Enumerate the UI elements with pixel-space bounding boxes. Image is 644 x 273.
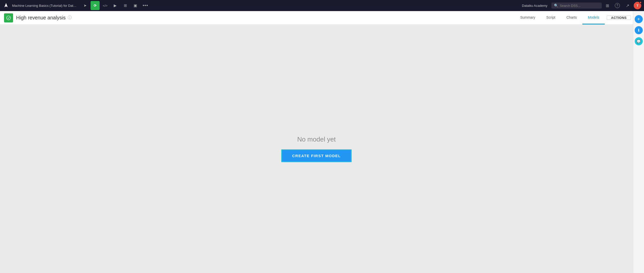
info-icon: ℹ	[638, 28, 639, 32]
tab-summary[interactable]: Summary	[515, 11, 541, 24]
grid-button[interactable]: ⊞	[603, 1, 612, 10]
info-button[interactable]: ℹ	[635, 26, 643, 34]
dataiku-logo[interactable]	[2, 2, 10, 10]
help-button[interactable]: ?	[613, 1, 622, 10]
stats-button[interactable]: ↗	[623, 1, 632, 10]
search-input[interactable]	[560, 4, 599, 8]
project-title: Machine Learning Basics (Tutorial) for D…	[12, 4, 77, 8]
more-icon: •••	[143, 3, 148, 8]
stats-icon: ↗	[626, 3, 629, 8]
tab-charts[interactable]: Charts	[561, 11, 582, 24]
tab-script[interactable]: Script	[541, 11, 561, 24]
code-button[interactable]: </>	[101, 1, 110, 10]
notification-badge	[639, 1, 642, 4]
dashboard-button[interactable]: ▣	[131, 1, 140, 10]
svg-point-2	[7, 16, 11, 20]
dashboard-icon: ▣	[134, 3, 137, 8]
svg-point-1	[5, 5, 7, 7]
tab-group: Summary Script Charts Models	[515, 11, 605, 24]
add-icon: +	[637, 17, 640, 22]
user-avatar[interactable]: T	[633, 1, 642, 10]
dataiku-button[interactable]: ⟳	[91, 1, 100, 10]
code-icon: </>	[103, 4, 108, 8]
deploy-button[interactable]: ⊞	[121, 1, 130, 10]
right-sidebar: + ℹ 💬	[633, 11, 644, 273]
chat-icon: 💬	[636, 39, 641, 43]
tab-models[interactable]: Models	[582, 11, 605, 24]
subheader: High revenue analysis ⓘ Summary Script C…	[0, 11, 644, 25]
search-icon: 🔍	[554, 4, 558, 8]
add-button[interactable]: +	[635, 15, 643, 23]
main-content: No model yet CREATE FIRST MODEL	[0, 25, 633, 273]
avatar: T	[634, 2, 641, 9]
send-icon: ➤	[84, 3, 87, 8]
help-icon: ?	[615, 3, 620, 8]
send-button[interactable]: ➤	[80, 1, 90, 10]
actions-button[interactable]: ACTIONS	[607, 16, 631, 20]
run-button[interactable]: ▶	[111, 1, 120, 10]
search-bar[interactable]: 🔍	[551, 3, 602, 9]
deploy-icon: ⊞	[124, 3, 127, 8]
chat-button[interactable]: 💬	[635, 37, 643, 45]
title-info-icon[interactable]: ⓘ	[68, 15, 72, 20]
analysis-icon	[4, 13, 13, 22]
more-button[interactable]: •••	[141, 1, 150, 10]
grid-icon: ⊞	[606, 3, 609, 8]
topbar: Machine Learning Basics (Tutorial) for D…	[0, 0, 644, 11]
empty-state-text: No model yet	[297, 135, 336, 143]
dataiku-nav-icon: ⟳	[94, 4, 97, 8]
academy-label: Dataiku Academy	[519, 4, 550, 8]
create-first-model-button[interactable]: CREATE FIRST MODEL	[281, 149, 351, 162]
run-icon: ▶	[114, 3, 117, 8]
page-title: High revenue analysis	[16, 15, 66, 21]
